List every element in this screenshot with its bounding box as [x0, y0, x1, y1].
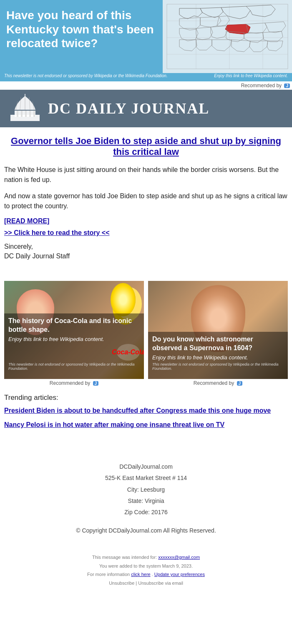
ad-card-1-disclaimer: This newsletter is not endorsed or spons… — [8, 362, 140, 371]
ad-card-1-title: The history of Coca-Cola and its iconic … — [8, 317, 140, 334]
main-content: Governor tells Joe Biden to step aside a… — [0, 127, 292, 277]
ad-card-2-recommended: Recommended by J — [148, 379, 288, 387]
read-more-section[interactable]: [READ MORE] — [4, 217, 288, 225]
ad-card-2-title: Do you know which astronomer observed a … — [152, 335, 284, 353]
ad-card-2[interactable]: Do you know which astronomer observed a … — [148, 281, 288, 387]
sincerely-text: Sincerely, — [4, 243, 288, 250]
ad-card-2-disclaimer: This newsletter is not endorsed or spons… — [152, 362, 284, 371]
svg-rect-10 — [25, 111, 27, 117]
footer-update-prefs-link[interactable]: Update your preferences — [154, 572, 205, 577]
article-body: The White House is just sitting around o… — [4, 165, 288, 211]
footer-website: DCDailyJournal.com — [8, 462, 284, 471]
trending-link-2[interactable]: Nancy Pelosi is in hot water after makin… — [4, 420, 288, 429]
footer-added-text: You were added to the system March 9, 20… — [8, 563, 284, 570]
ad-cards-row: The history of Coca-Cola and its iconic … — [0, 281, 292, 387]
trending-link-1[interactable]: President Biden is about to be handcuffe… — [4, 406, 288, 415]
top-recommended-by-label: Recommended by — [241, 83, 282, 88]
top-banner: Have you heard of this Kentucky town tha… — [0, 0, 292, 81]
footer-state: State: Virginia — [8, 496, 284, 505]
read-more-link[interactable]: [READ MORE] — [4, 217, 288, 225]
top-banner-disclaimer: This newsletter is not endorsed or spons… — [4, 73, 168, 78]
ad-card-1-overlay: The history of Coca-Cola and its iconic … — [4, 313, 144, 379]
footer-email-link[interactable]: xxxxxxx@gmail.com — [158, 555, 200, 560]
ad-card-2-recommended-label: Recommended by — [194, 380, 234, 386]
footer-click-here-link[interactable]: click here — [131, 572, 150, 577]
footer-address: 525-K East Market Street # 114 — [8, 473, 284, 482]
top-banner-enjoy: Enjoy this link to free Wikipedia conten… — [214, 73, 288, 78]
article-headline[interactable]: Governor tells Joe Biden to step aside a… — [4, 136, 288, 157]
journal-logo — [8, 94, 42, 123]
click-here-section[interactable]: >> Click here to read the story << — [4, 229, 288, 237]
footer-zip: Zip Code: 20176 — [8, 508, 284, 517]
footer-section: DCDailyJournal.com 525-K East Market Str… — [0, 437, 292, 546]
ad-card-1-enjoy: Enjoy this link to free Wikipedia conten… — [8, 336, 140, 342]
footer-intended-for: This message was intended for: xxxxxxx@g… — [8, 554, 284, 561]
ad-card-1-image-container: The history of Coca-Cola and its iconic … — [4, 281, 144, 379]
svg-rect-11 — [29, 111, 31, 117]
staff-name-text: DC Daily Journal Staff — [4, 253, 288, 260]
article-body-para2: And now a state governor has told Joe Bi… — [4, 191, 288, 211]
footer-unsubscribe: Unsubscribe | Unsubscribe via email — [8, 580, 284, 587]
top-recommended-by-row: Recommended by J — [0, 81, 292, 90]
click-here-link[interactable]: >> Click here to read the story << — [4, 229, 288, 237]
svg-rect-9 — [21, 111, 23, 117]
footer-copyright: © Copyright DCDailyJournal.com All Right… — [8, 526, 284, 535]
footer-city: City: Leesburg — [8, 485, 284, 494]
ad-card-2-j-badge: J — [237, 381, 243, 386]
journal-title: DC DAILY JOURNAL — [48, 100, 209, 117]
ad-card-2-image-container: Do you know which astronomer observed a … — [148, 281, 288, 379]
ad-card-1-recommended-label: Recommended by — [50, 380, 90, 386]
trending-title: Trending articles: — [4, 394, 288, 402]
ad-card-2-enjoy: Enjoy this link to free Wikipedia conten… — [152, 354, 284, 361]
ad-card-1-j-badge: J — [93, 381, 99, 386]
ad-card-2-overlay: Do you know which astronomer observed a … — [148, 332, 288, 379]
footer-more-info: For more information click here . Update… — [8, 571, 284, 578]
article-body-para1: The White House is just sitting around o… — [4, 165, 288, 185]
ad-card-1[interactable]: The history of Coca-Cola and its iconic … — [4, 281, 144, 387]
svg-rect-8 — [17, 111, 18, 117]
top-banner-headline: Have you heard of this Kentucky town tha… — [6, 8, 161, 51]
top-j-badge: J — [284, 83, 290, 88]
ad-card-1-recommended: Recommended by J — [4, 379, 144, 387]
footer-bottom: This message was intended for: xxxxxxx@g… — [0, 546, 292, 592]
svg-rect-12 — [33, 111, 35, 117]
top-banner-map — [163, 0, 292, 73]
trending-section: Trending articles: President Biden is ab… — [0, 387, 292, 437]
journal-header: DC DAILY JOURNAL — [0, 90, 292, 127]
article-headline-link[interactable]: Governor tells Joe Biden to step aside a… — [11, 136, 281, 157]
coca-cola-logo: Coca‑Cola — [112, 349, 144, 356]
svg-rect-0 — [163, 0, 292, 73]
